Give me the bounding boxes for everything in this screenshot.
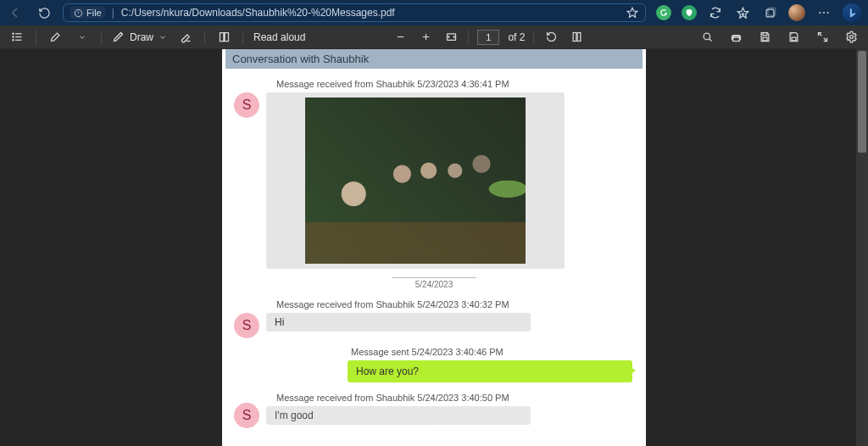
zoom-in-icon[interactable] xyxy=(417,29,434,46)
pdf-toolbar: Draw Read aloud of 2 xyxy=(0,25,868,49)
favorites-icon[interactable] xyxy=(734,4,751,21)
svg-line-26 xyxy=(709,39,711,42)
pdf-page-controls: of 2 xyxy=(392,29,585,46)
file-scheme-pill: File xyxy=(70,7,105,19)
file-pill-label: File xyxy=(86,8,102,18)
draw-label: Draw xyxy=(130,31,153,43)
erase-icon[interactable] xyxy=(177,29,194,46)
more-menu-icon[interactable] xyxy=(815,4,832,21)
bing-chat-button[interactable] xyxy=(843,3,861,22)
browser-titlebar: File | C:/Users/nkura/Downloads/Shaubhik… xyxy=(0,0,868,25)
read-aloud-button[interactable]: Read aloud xyxy=(253,31,305,43)
sender-avatar: S xyxy=(234,313,259,338)
fit-page-icon[interactable] xyxy=(442,29,459,46)
nav-group xyxy=(7,4,53,21)
page-number-input[interactable] xyxy=(477,30,499,45)
pdf-viewer[interactable]: Conversation with Shaubhik Message recei… xyxy=(0,49,868,446)
svg-point-17 xyxy=(12,40,13,41)
extension-grammarly-icon[interactable] xyxy=(656,5,671,20)
svg-point-16 xyxy=(12,36,13,37)
titlebar-right-icons xyxy=(656,3,861,22)
favorite-icon[interactable] xyxy=(626,7,638,19)
collections-icon[interactable] xyxy=(761,4,778,21)
page-total-label: of 2 xyxy=(508,31,525,43)
save-icon[interactable] xyxy=(756,29,773,46)
message-row: S Hi xyxy=(232,313,636,338)
message-bubble-text: I'm good xyxy=(266,406,531,425)
svg-rect-27 xyxy=(732,37,739,41)
draw-tool[interactable]: Draw xyxy=(112,31,167,43)
svg-point-33 xyxy=(849,36,853,39)
url-text: C:/Users/nkura/Downloads/Shaubhik%20-%20… xyxy=(121,7,620,19)
page-view-icon[interactable] xyxy=(568,29,585,46)
sender-avatar: S xyxy=(234,92,259,118)
svg-point-11 xyxy=(827,12,829,14)
message-row: S xyxy=(232,92,636,269)
extension-shield-icon[interactable] xyxy=(682,5,697,20)
svg-rect-24 xyxy=(577,33,581,42)
svg-point-15 xyxy=(12,33,13,34)
highlighter-chevron-icon[interactable] xyxy=(74,29,91,46)
pdf-toolbar-right xyxy=(698,29,860,46)
print-icon[interactable] xyxy=(727,29,744,46)
read-view-icon[interactable] xyxy=(215,29,232,46)
save-as-icon[interactable] xyxy=(785,29,802,46)
address-bar[interactable]: File | C:/Users/nkura/Downloads/Shaubhik… xyxy=(63,3,646,22)
message-meta: Message received from Shaubhik 5/23/2023… xyxy=(276,79,636,89)
attached-photo xyxy=(305,98,526,264)
svg-rect-28 xyxy=(763,33,767,36)
contents-icon[interactable] xyxy=(8,29,25,46)
svg-point-25 xyxy=(704,33,710,40)
highlighter-icon[interactable] xyxy=(47,29,64,46)
sync-icon[interactable] xyxy=(707,4,724,21)
message-bubble-sent: How are you? xyxy=(348,360,632,382)
message-meta: Message sent 5/24/2023 3:40:46 PM xyxy=(351,347,632,357)
svg-rect-23 xyxy=(573,33,576,42)
message-meta: Message received from Shaubhik 5/24/2023… xyxy=(276,393,636,403)
search-icon[interactable] xyxy=(698,29,715,46)
profile-avatar[interactable] xyxy=(788,4,805,21)
message-row: S I'm good xyxy=(232,406,636,428)
message-bubble-text: Hi xyxy=(266,313,531,332)
fullscreen-icon[interactable] xyxy=(814,29,831,46)
rotate-icon[interactable] xyxy=(542,29,559,46)
settings-icon[interactable] xyxy=(843,29,860,46)
svg-marker-3 xyxy=(627,8,637,17)
date-divider: 5/24/2023 xyxy=(392,277,476,289)
sender-avatar: S xyxy=(234,403,259,428)
svg-point-10 xyxy=(823,12,825,14)
scrollbar[interactable] xyxy=(856,49,868,446)
svg-point-9 xyxy=(819,12,821,14)
svg-rect-29 xyxy=(763,37,767,41)
zoom-out-icon[interactable] xyxy=(392,29,409,46)
pdf-page: Conversation with Shaubhik Message recei… xyxy=(222,49,646,446)
message-meta: Message received from Shaubhik 5/24/2023… xyxy=(276,299,636,309)
conversation-banner: Conversation with Shaubhik xyxy=(225,49,643,69)
message-bubble-image xyxy=(266,92,565,269)
sent-message-row: Message sent 5/24/2023 3:40:46 PM How ar… xyxy=(232,338,632,382)
svg-rect-30 xyxy=(792,37,796,41)
back-button[interactable] xyxy=(7,4,24,21)
refresh-button[interactable] xyxy=(36,4,53,21)
